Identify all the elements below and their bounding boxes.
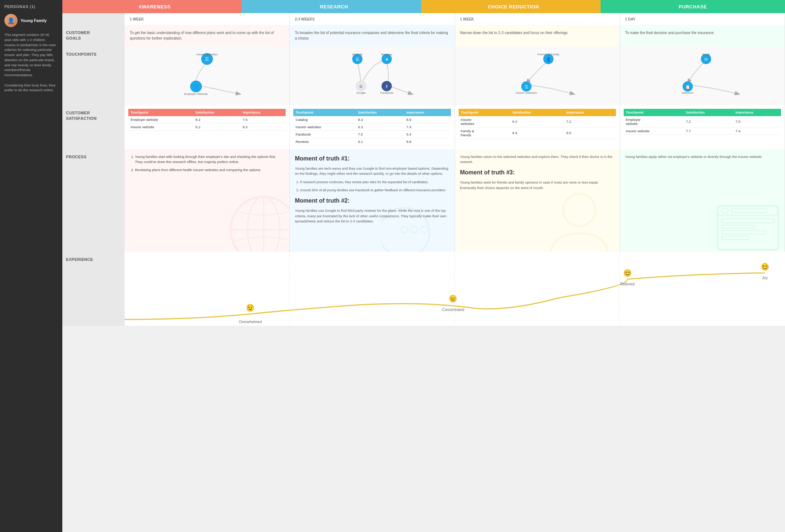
satisfaction-research: Touchpoint Satisfaction Importance Catal… [290,105,455,149]
sat-awareness-header-imp: Importance [241,109,286,116]
goals-label: CUSTOMERGOALS [62,25,125,47]
sat-research-imp-2: 7.4 [404,123,451,130]
sat-research-tp-3: Facebook [293,130,356,138]
phase-research: RESEARCH [242,0,426,13]
mot3-text: Young families seek for friends and fami… [460,180,615,191]
sat-research-header-touchpoint: Touchpoint [293,109,356,116]
svg-text:☰: ☰ [524,85,528,89]
satisfaction-purchase: Touchpoint Satisfaction Importance Emplo… [620,105,785,149]
svg-text:📋: 📋 [685,84,690,89]
persona-item[interactable]: 👤 Young Family [4,14,58,27]
timeline-research: 2-3 WEEKS [290,13,455,25]
svg-text:Reviews: Reviews [381,53,392,56]
sat-choice-sat-2: 8.4 [510,127,564,138]
sat-purchase-header-sat: Satisfaction [684,109,733,116]
timeline-purchase: 1 DAY [620,13,785,25]
svg-point-37 [421,226,428,233]
sat-awareness-imp-2: 8.3 [241,123,286,130]
sat-purchase-tp-1: Employerwebsite [624,116,684,128]
goals-purchase: To make the final decision and purchase … [620,25,785,47]
sat-research-header-sat: Satisfaction [356,109,404,116]
mot1-list-2: Around 30% of all young families use Fac… [300,188,449,193]
sat-choice-imp-2: 9.0 [564,127,616,138]
touchpoints-research: ☰ Website ★ Reviews G Google f Faceboo [290,47,455,105]
touchpoints-label: TOUCHPOINTS [62,47,125,105]
svg-point-35 [411,226,418,233]
sat-awareness-tp-2: Insurer website [128,123,193,130]
svg-text:Insurer websites: Insurer websites [516,91,537,95]
touchpoints-content: ☰ Insurer websites 🌐 Employer Website [125,47,785,105]
mot2-heading: Moment of truth #2: [295,196,449,205]
touchpoints-purchase-svg: ✉ Email 📋 Webform [625,50,780,101]
sat-research-imp-3: 5.4 [404,130,451,138]
touchpoints-awareness: ☰ Insurer websites 🌐 Employer Website [125,47,290,105]
svg-rect-43 [722,218,774,223]
experience-label: EXPERIENCE [62,252,125,326]
goals-research: To broaden the list of potential insuran… [290,25,455,47]
satisfaction-content: Touchpoint Satisfaction Importance Emplo… [125,105,785,149]
emotion-overwhelmed-label: Overwhelmed [239,319,262,324]
svg-rect-44 [722,225,755,228]
sat-choice-row-1: Insurerwebsites 6.2 7.2 [459,116,616,128]
svg-text:☰: ☰ [356,57,359,62]
svg-text:Email: Email [702,53,709,56]
svg-text:Google: Google [356,91,366,95]
sat-awareness-row-2: Insurer website 6.2 8.3 [128,123,286,130]
svg-text:🌐: 🌐 [193,84,199,89]
svg-rect-42 [731,208,767,213]
goals-awareness: To get the basic understanding of how di… [125,25,290,47]
phase-header-row: AWARENESS RESEARCH CHOICE REDUCTION PURC… [62,0,785,13]
process-awareness-step-1: Young families start with looking throug… [135,154,284,165]
satisfaction-awareness: Touchpoint Satisfaction Importance Emplo… [125,105,290,149]
svg-text:Facebook: Facebook [380,91,393,95]
sat-research-tp-2: Insurer websites [293,123,356,130]
persona-name: Young Family [21,18,47,23]
process-research: Moment of truth #1: Young families are t… [290,149,455,252]
persona-description: This segment contains 25-35 year-olds wi… [4,32,58,93]
sat-research-imp-1: 8.5 [404,116,451,123]
sat-research-row-3: Facebook 7.5 5.4 [293,130,451,138]
touchpoints-research-svg: ☰ Website ★ Reviews G Google f Faceboo [295,50,449,101]
svg-point-36 [401,226,408,233]
sat-choice-header-touchpoint: Touchpoint [459,109,510,116]
sat-awareness-tp-1: Employer website [128,116,193,123]
svg-text:G: G [360,84,363,89]
svg-rect-41 [722,208,728,213]
timeline-row: 1 WEEK 2-3 WEEKS 1 WEEK 1 DAY [62,13,785,25]
sat-research-sat-1: 8.4 [356,116,404,123]
sat-research-row-1: Catalog 8.4 8.5 [293,116,451,123]
sat-research-imp-4: 8.8 [404,138,451,145]
process-content: Young families start with looking throug… [125,149,785,252]
sat-awareness-row-1: Employer website 8.2 7.5 [128,116,286,123]
touchpoints-row: TOUCHPOINTS [62,47,785,105]
goals-choice: Narrow down the list to 2-3 candidates a… [455,25,620,47]
emotion-overwhelmed-emoji: 😟 [246,303,254,312]
svg-point-38 [563,194,595,226]
sat-purchase-tp-2: Insurer website [624,127,684,134]
timeline-choice: 1 WEEK [455,13,620,25]
emotion-concentrated-label: Concentrated [442,307,464,312]
experience-chart-cell: 😟 Overwhelmed 😐 Concentrated 😊 Relieved … [125,252,785,326]
emotion-joy-emoji: 😊 [761,262,769,271]
sat-purchase-header-touchpoint: Touchpoint [624,109,684,116]
main-content: AWARENESS RESEARCH CHOICE REDUCTION PURC… [62,0,785,532]
sat-research-sat-2: 6.3 [356,123,404,130]
sat-purchase-sat-2: 7.7 [684,127,733,134]
experience-row: EXPERIENCE [62,252,785,326]
goals-content: To get the basic understanding of how di… [125,25,785,47]
timeline-label [62,13,125,25]
touchpoints-purchase: ✉ Email 📋 Webform [620,47,785,105]
sat-choice-imp-1: 7.2 [564,116,616,128]
sat-awareness-sat-1: 8.2 [193,116,240,123]
sat-choice-tp-2: Family &friends [459,127,510,138]
touchpoints-choice: 👤 Friends & Family ☰ Insurer websites [455,47,620,105]
process-row: PROCESS Young families start with lookin… [62,149,785,252]
choice-text: Young families return to the selected we… [460,154,615,165]
sidebar: PERSONAS (1) 👤 Young Family This segment… [0,0,62,532]
experience-content: 😟 Overwhelmed 😐 Concentrated 😊 Relieved … [125,252,785,326]
process-purchase: Young families apply either via employer… [620,149,785,252]
satisfaction-row: CUSTOMERSATISFACTION Touchpoint Satisfac… [62,105,785,149]
sat-purchase-row-1: Employerwebsite 7.2 7.5 [624,116,781,128]
experience-chart: 😟 Overwhelmed 😐 Concentrated 😊 Relieved … [125,252,785,325]
mot3-heading: Moment of truth #3: [460,168,615,177]
